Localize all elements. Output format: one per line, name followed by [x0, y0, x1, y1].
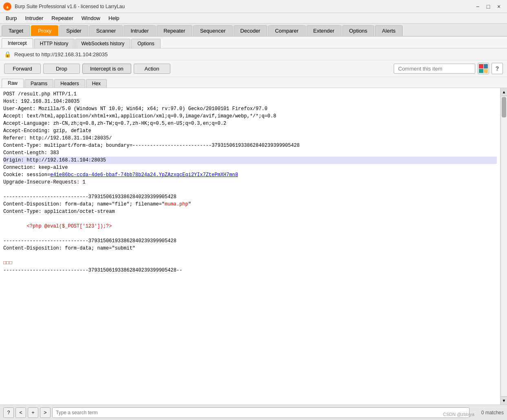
tab-scanner[interactable]: Scanner — [89, 25, 123, 36]
help-button[interactable]: ? — [492, 63, 503, 74]
forward-button[interactable]: Forward — [4, 64, 41, 74]
subtab-websockets-history[interactable]: WebSockets history — [75, 39, 131, 48]
menu-intruder[interactable]: Intruder — [21, 14, 47, 22]
tab-proxy[interactable]: Proxy — [31, 25, 58, 36]
tab-sequencer[interactable]: Sequencer — [193, 25, 233, 36]
subtab-options[interactable]: Options — [131, 39, 160, 48]
editor-tab-params[interactable]: Params — [24, 79, 53, 88]
editor-tab-hex[interactable]: Hex — [86, 79, 107, 88]
color-picker-button[interactable] — [478, 63, 489, 74]
intercept-button[interactable]: Intercept is on — [82, 64, 131, 74]
subtab-intercept[interactable]: Intercept — [2, 38, 33, 48]
tab-comparer[interactable]: Comparer — [268, 25, 306, 36]
title-bar: 🔥 Burp Suite Professional v1.6 - license… — [0, 0, 507, 13]
next-button[interactable]: > — [40, 407, 51, 418]
drop-button[interactable]: Drop — [43, 64, 80, 74]
minimize-button[interactable]: − — [473, 2, 483, 11]
comment-input[interactable] — [394, 64, 475, 74]
window-controls: − □ × — [473, 2, 504, 11]
editor-tab-bar: Raw Params Headers Hex — [0, 77, 507, 88]
request-url: Request to http://192.168.31.104:28035 — [14, 51, 108, 57]
close-button[interactable]: × — [494, 2, 504, 11]
lock-icon: 🔒 — [4, 51, 11, 57]
tab-repeater[interactable]: Repeater — [157, 25, 192, 36]
watermark: CSDN @zbbjya — [443, 412, 474, 417]
main-tab-bar: Target Proxy Spider Scanner Intruder Rep… — [0, 24, 507, 37]
request-content-editor[interactable]: POST /result.php HTTP/1.1 Host: 192.168.… — [0, 88, 500, 405]
bottom-bar: ? < + > 0 matches — [0, 405, 507, 420]
add-button[interactable]: + — [28, 407, 38, 418]
app-title: Burp Suite Professional v1.6 - licensed … — [15, 4, 125, 9]
app-icon: 🔥 — [3, 2, 11, 11]
menu-help[interactable]: Help — [104, 14, 123, 22]
menu-window[interactable]: Window — [77, 14, 104, 22]
request-header-bar: 🔒 Request to http://192.168.31.104:28035 — [0, 49, 507, 60]
editor-area: 🔒 Request to http://192.168.31.104:28035… — [0, 49, 507, 405]
tab-extender[interactable]: Extender — [306, 25, 342, 36]
tab-decoder[interactable]: Decoder — [234, 25, 267, 36]
menu-bar: Burp Intruder Repeater Window Help — [0, 13, 507, 24]
tab-options[interactable]: Options — [342, 25, 375, 36]
search-input[interactable] — [52, 407, 470, 418]
menu-burp[interactable]: Burp — [2, 14, 21, 22]
subtab-http-history[interactable]: HTTP history — [34, 39, 75, 48]
question-button[interactable]: ? — [3, 407, 14, 418]
prev-button[interactable]: < — [15, 407, 26, 418]
sub-tab-bar: Intercept HTTP history WebSockets histor… — [0, 37, 507, 49]
menu-repeater[interactable]: Repeater — [47, 14, 77, 22]
editor-tab-headers[interactable]: Headers — [54, 79, 85, 88]
maximize-button[interactable]: □ — [483, 2, 493, 11]
vertical-scrollbar[interactable]: ▲ ▼ — [500, 88, 507, 405]
tab-intruder[interactable]: Intruder — [123, 25, 156, 36]
toolbar: Forward Drop Intercept is on Action ? — [0, 60, 507, 77]
action-button[interactable]: Action — [134, 64, 170, 74]
tab-target[interactable]: Target — [2, 25, 30, 36]
matches-label: 0 matches — [471, 410, 504, 416]
tab-spider[interactable]: Spider — [59, 25, 88, 36]
tab-alerts[interactable]: Alerts — [375, 25, 402, 36]
editor-content-wrapper: POST /result.php HTTP/1.1 Host: 192.168.… — [0, 88, 507, 405]
editor-tab-raw[interactable]: Raw — [2, 79, 24, 88]
